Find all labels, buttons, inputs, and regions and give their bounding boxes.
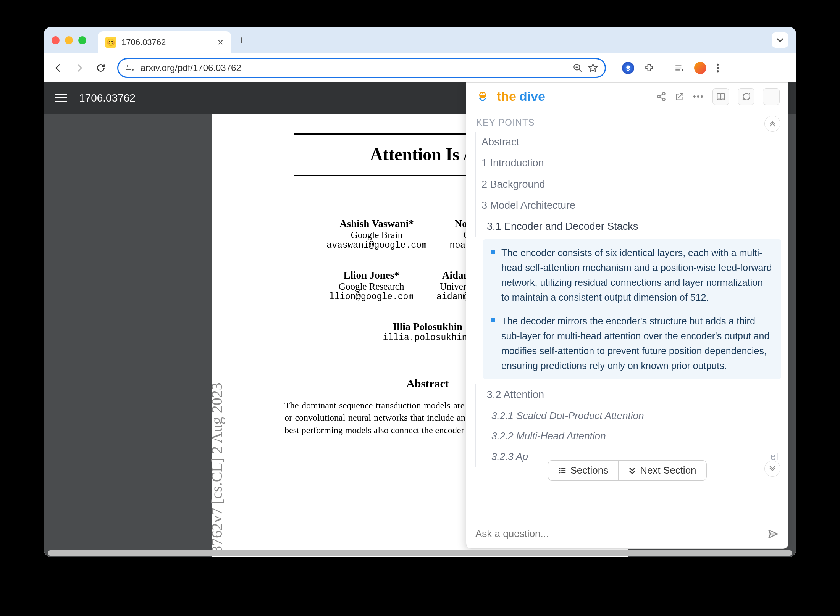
- sections-label: Sections: [570, 464, 608, 476]
- question-input[interactable]: [475, 528, 761, 540]
- tab-title: 1706.03762: [121, 37, 166, 47]
- svg-rect-29: [561, 470, 565, 471]
- outline-section-3-2[interactable]: 3.2 Attention: [475, 384, 778, 405]
- open-external-icon[interactable]: [675, 92, 685, 102]
- outline-section-3-1[interactable]: 3.1 Encoder and Decoder Stacks: [475, 216, 778, 237]
- content-area: 1706.03762 1 / 15 − 125% + Attention Is …: [44, 82, 796, 557]
- pdf-document-title: 1706.03762: [79, 92, 136, 104]
- author-name: Llion Jones*: [329, 269, 414, 281]
- window-controls: [52, 36, 86, 44]
- new-tab-button[interactable]: +: [238, 34, 244, 46]
- thedive-logo-icon: [475, 89, 491, 105]
- author-email: llion@google.com: [329, 292, 414, 302]
- next-section-button[interactable]: Next Section: [619, 461, 706, 480]
- panel-header-icons: ••• —: [656, 88, 780, 105]
- svg-rect-3: [126, 69, 131, 70]
- toolbar-extensions: [622, 62, 719, 74]
- back-button[interactable]: [53, 63, 66, 73]
- reload-button[interactable]: [96, 63, 109, 73]
- forward-button[interactable]: [74, 63, 87, 73]
- svg-rect-1: [129, 66, 134, 66]
- outline-section-1[interactable]: 1 Introduction: [475, 153, 778, 174]
- logo-the: the: [497, 89, 516, 104]
- browser-menu-icon[interactable]: [716, 63, 719, 73]
- svg-point-2: [132, 69, 134, 71]
- svg-rect-31: [561, 472, 565, 473]
- send-button[interactable]: [767, 528, 779, 540]
- collapse-down-button[interactable]: [764, 461, 780, 477]
- tab-bar: 😊 1706.03762 ✕ +: [44, 27, 796, 53]
- author-name: Ashish Vaswani*: [326, 218, 426, 230]
- author: Ashish Vaswani* Google Brain avaswani@go…: [326, 218, 426, 250]
- svg-point-30: [559, 472, 560, 473]
- thedive-panel: thedive ••• —: [466, 82, 788, 549]
- browser-tab[interactable]: 😊 1706.03762 ✕: [98, 31, 231, 53]
- svg-point-14: [717, 70, 719, 72]
- svg-line-24: [660, 94, 663, 96]
- minimize-window-button[interactable]: [65, 36, 73, 44]
- svg-point-28: [559, 470, 560, 471]
- author-email: avaswani@google.com: [326, 240, 426, 250]
- key-point-text: The encoder consists of six identical la…: [501, 245, 773, 305]
- thedive-logo-text: thedive: [497, 89, 545, 104]
- next-section-label: Next Section: [640, 464, 696, 476]
- media-control-icon[interactable]: [674, 63, 684, 73]
- pdf-menu-icon[interactable]: [55, 94, 67, 103]
- browser-window: 😊 1706.03762 ✕ + arxiv.org/pdf/1706.0376…: [44, 27, 796, 557]
- svg-line-5: [579, 69, 582, 72]
- outline-section-3[interactable]: 3 Model Architecture: [475, 195, 778, 216]
- bookmark-star-icon[interactable]: [588, 63, 598, 73]
- sections-button[interactable]: Sections: [548, 461, 619, 480]
- book-icon[interactable]: [712, 88, 729, 105]
- url-bar[interactable]: arxiv.org/pdf/1706.03762: [117, 58, 606, 78]
- close-window-button[interactable]: [52, 36, 60, 44]
- bullet-icon: [491, 318, 495, 322]
- outline-section-3-2-1[interactable]: 3.2.1 Scaled Dot-Product Attention: [475, 406, 778, 426]
- svg-point-21: [662, 92, 665, 95]
- minimize-panel-icon[interactable]: —: [763, 88, 780, 105]
- thedive-extension-icon[interactable]: [622, 62, 634, 74]
- svg-point-8: [626, 65, 630, 69]
- key-point: The encoder consists of six identical la…: [491, 245, 773, 305]
- site-settings-icon[interactable]: [125, 64, 135, 72]
- author-affiliation: Google Research: [329, 281, 414, 292]
- svg-point-22: [657, 95, 660, 98]
- profile-avatar[interactable]: [694, 62, 706, 74]
- svg-rect-17: [55, 101, 67, 102]
- svg-rect-9: [675, 65, 681, 66]
- maximize-window-button[interactable]: [78, 36, 86, 44]
- share-icon[interactable]: [656, 92, 666, 102]
- key-points-label: KEY POINTS: [466, 117, 788, 128]
- arxiv-stamp: 3762v7 [cs.CL] 2 Aug 2023: [208, 382, 226, 553]
- outline: Abstract 1 Introduction 2 Background 3 M…: [466, 128, 788, 237]
- chat-icon[interactable]: [738, 88, 754, 105]
- tab-close-button[interactable]: ✕: [217, 38, 224, 47]
- key-point-text: The decoder mirrors the encoder's struct…: [501, 314, 773, 373]
- outline-abstract[interactable]: Abstract: [475, 132, 778, 153]
- svg-point-13: [717, 67, 719, 69]
- more-icon[interactable]: •••: [693, 92, 704, 102]
- svg-rect-10: [675, 67, 681, 68]
- svg-point-20: [483, 93, 485, 95]
- panel-body: KEY POINTS Abstract 1 Introduction 2 Bac…: [466, 110, 788, 519]
- key-points-block: The encoder consists of six identical la…: [483, 239, 781, 379]
- bullet-icon: [491, 250, 495, 254]
- svg-point-19: [480, 93, 483, 95]
- author-affiliation: Google Brain: [326, 230, 426, 240]
- extensions-icon[interactable]: [644, 63, 654, 73]
- svg-point-0: [127, 65, 128, 67]
- svg-rect-27: [561, 468, 565, 469]
- tabs-dropdown-button[interactable]: [772, 32, 788, 48]
- collapse-up-button[interactable]: [764, 116, 780, 132]
- panel-footer-buttons: Sections Next Section: [548, 460, 706, 481]
- divider: [540, 123, 778, 123]
- key-point: The decoder mirrors the encoder's struct…: [491, 314, 773, 373]
- horizontal-scrollbar[interactable]: [48, 550, 792, 556]
- outline-section-3-2-2[interactable]: 3.2.2 Multi-Head Attention: [475, 426, 778, 447]
- browser-toolbar: arxiv.org/pdf/1706.03762: [44, 53, 796, 82]
- tab-favicon: 😊: [105, 37, 116, 48]
- zoom-icon[interactable]: [573, 63, 583, 73]
- svg-rect-11: [675, 69, 680, 70]
- outline-section-2[interactable]: 2 Background: [475, 174, 778, 195]
- divider: [664, 62, 664, 74]
